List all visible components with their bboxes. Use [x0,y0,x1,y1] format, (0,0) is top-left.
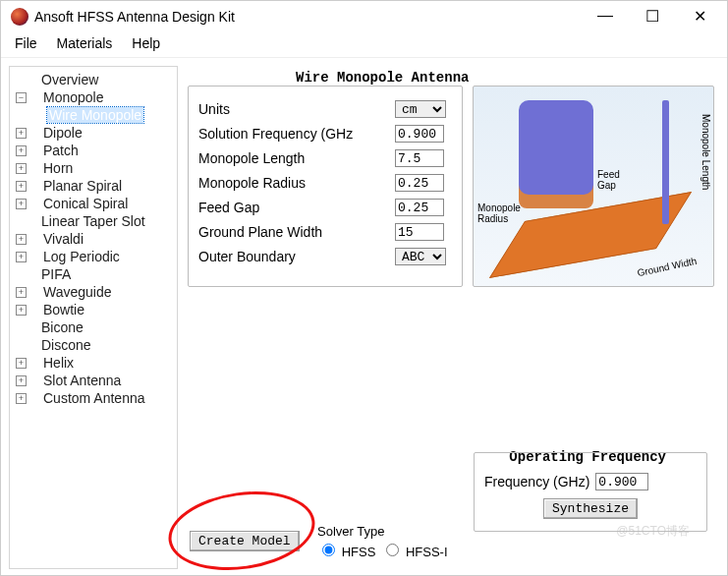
app-icon [11,8,28,26]
monopole-length-label: Monopole Length [198,150,395,166]
antenna-diagram: Feed Gap Monopole Radius Monopole Length… [473,86,714,287]
solver-type-label: Solver Type [317,524,448,539]
expand-icon[interactable]: + [16,128,27,139]
expand-icon[interactable]: + [16,163,27,174]
menu-file[interactable]: File [7,33,45,53]
solution-frequency-input[interactable] [395,125,444,143]
tree-item-conical-spiral[interactable]: +Conical Spiral [16,195,177,212]
solver-type-group: Solver Type HFSS HFSS-I [317,524,448,559]
menu-help[interactable]: Help [124,33,168,53]
maximize-button[interactable]: ☐ [635,7,670,26]
tree-item-vivaldi[interactable]: +Vivaldi [16,230,177,248]
tree-item-label: Bowtie [43,302,84,317]
tree-item-wire-monopole[interactable]: Wire Monopole [16,106,177,124]
ground-plane-width-label: Ground Plane Width [198,224,395,240]
tree-item-bicone[interactable]: Bicone [16,318,177,336]
minimize-button[interactable]: — [588,7,623,26]
tree-item-bowtie[interactable]: +Bowtie [16,301,177,318]
tree-item-label: Planar Spiral [43,178,122,194]
outer-boundary-label: Outer Boundary [198,249,395,264]
tree-item-label: Linear Taper Slot [41,213,145,229]
parameter-panel: Units cm Solution Frequency (GHz Monopol… [188,86,463,287]
monopole-radius-input[interactable] [395,174,444,192]
tree-item-linear-taper-slot[interactable]: Linear Taper Slot [16,212,177,230]
units-select[interactable]: cm [395,100,446,118]
window-title: Ansoft HFSS Antenna Design Kit [34,9,588,25]
feed-gap-label: Feed Gap [198,200,395,215]
menu-materials[interactable]: Materials [49,33,121,53]
antenna-tree[interactable]: Overview−MonopoleWire Monopole+Dipole+Pa… [9,66,178,569]
panel-title: Wire Monopole Antenna [296,70,469,86]
expand-icon[interactable]: + [16,181,27,192]
expand-icon[interactable]: + [16,305,27,316]
tree-item-planar-spiral[interactable]: +Planar Spiral [16,177,177,195]
create-model-button[interactable]: Create Model [190,531,300,551]
menubar: File Materials Help [1,31,727,58]
feed-gap-input[interactable] [395,199,444,216]
expand-icon[interactable]: − [16,92,27,103]
tree-item-label: Wire Monopole [47,107,143,123]
solution-frequency-label: Solution Frequency (GHz [198,126,395,142]
diagram-feed-gap-label: Feed Gap [597,169,620,191]
annotation-red-circle [163,483,319,576]
close-button[interactable]: ✕ [682,7,717,26]
tree-item-overview[interactable]: Overview [16,71,177,88]
tree-item-label: Slot Antenna [43,373,121,388]
tree-item-label: Horn [43,160,73,176]
expand-icon[interactable]: + [16,375,27,386]
expand-icon[interactable]: + [16,393,27,404]
tree-item-pifa[interactable]: PIFA [16,265,177,283]
frequency-label: Frequency (GHz) [484,474,589,490]
tree-item-label: Log Periodic [43,249,120,264]
solver-hfss-ie-radio[interactable]: HFSS-I [381,541,447,559]
synthesize-button[interactable]: Synthesize [543,498,638,519]
titlebar: Ansoft HFSS Antenna Design Kit — ☐ ✕ [1,1,727,31]
tree-item-label: Patch [43,143,79,158]
units-label: Units [198,101,395,117]
tree-item-horn[interactable]: +Horn [16,159,177,177]
tree-item-label: Dipole [43,125,83,141]
monopole-length-input[interactable] [395,149,444,167]
frequency-input[interactable] [595,473,648,490]
tree-item-label: Overview [41,72,98,87]
diagram-ground-width-label: Ground Width [637,256,699,279]
expand-icon[interactable]: + [16,199,27,209]
expand-icon[interactable]: + [16,287,27,298]
tree-item-patch[interactable]: +Patch [16,142,177,159]
tree-item-discone[interactable]: Discone [16,336,177,354]
monopole-radius-label: Monopole Radius [198,175,395,191]
expand-icon[interactable]: + [16,252,27,262]
tree-item-monopole[interactable]: −Monopole [16,88,177,106]
tree-item-label: Vivaldi [43,231,84,247]
solver-hfss-radio[interactable]: HFSS [317,541,375,559]
expand-icon[interactable]: + [16,234,27,245]
tree-item-label: Bicone [41,319,84,335]
tree-item-label: Waveguide [43,284,112,300]
tree-item-slot-antenna[interactable]: +Slot Antenna [16,372,177,389]
tree-item-log-periodic[interactable]: +Log Periodic [16,248,177,265]
expand-icon[interactable]: + [16,145,27,156]
tree-item-label: Conical Spiral [43,196,128,211]
tree-item-waveguide[interactable]: +Waveguide [16,283,177,301]
tree-item-label: Helix [43,355,74,371]
diagram-monopole-length-label: Monopole Length [700,114,711,190]
outer-boundary-select[interactable]: ABC [395,248,446,265]
tree-item-label: PIFA [41,266,71,282]
operating-frequency-panel: Frequency (GHz) Synthesize [474,452,707,532]
ground-plane-width-input[interactable] [395,223,444,241]
tree-item-custom-antenna[interactable]: +Custom Antenna [16,389,177,407]
tree-item-helix[interactable]: +Helix [16,354,177,372]
tree-item-label: Custom Antenna [43,390,145,406]
diagram-monopole-radius-label: Monopole Radius [477,202,521,224]
tree-item-label: Monopole [43,89,104,105]
tree-item-dipole[interactable]: +Dipole [16,124,177,142]
tree-item-label: Discone [41,337,91,353]
expand-icon[interactable]: + [16,358,27,369]
